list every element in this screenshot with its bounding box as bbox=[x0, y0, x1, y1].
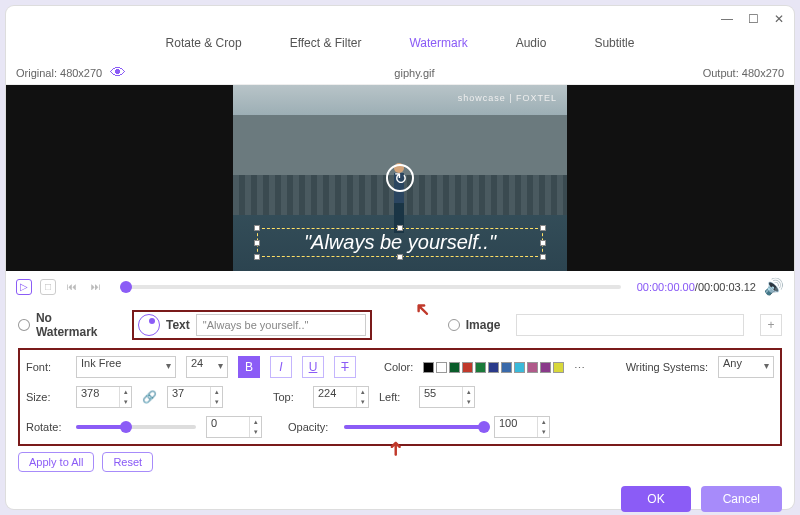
text-watermark-label: Text bbox=[166, 318, 190, 332]
color-swatch[interactable] bbox=[462, 362, 473, 373]
image-watermark-label: Image bbox=[466, 318, 501, 332]
color-swatch[interactable] bbox=[449, 362, 460, 373]
resize-handle[interactable] bbox=[254, 254, 260, 260]
bold-toggle[interactable]: B bbox=[238, 356, 260, 378]
preview-toggle-icon[interactable]: 👁 bbox=[110, 64, 126, 82]
opacity-label: Opacity: bbox=[288, 421, 334, 433]
cancel-button[interactable]: Cancel bbox=[701, 486, 782, 512]
filename-label: giphy.gif bbox=[126, 67, 702, 79]
text-watermark-group: Text bbox=[132, 310, 372, 340]
stop-button[interactable]: □ bbox=[40, 279, 56, 295]
writing-systems-select[interactable]: Any bbox=[718, 356, 774, 378]
color-swatch[interactable] bbox=[488, 362, 499, 373]
resize-handle[interactable] bbox=[540, 254, 546, 260]
height-input[interactable]: 37▴▾ bbox=[167, 386, 223, 408]
video-frame[interactable]: showcase | FOXTEL ↻ "Always be yourself.… bbox=[233, 85, 567, 271]
reset-button[interactable]: Reset bbox=[102, 452, 153, 472]
watermark-text-input[interactable] bbox=[196, 314, 366, 336]
tab-rotate-crop[interactable]: Rotate & Crop bbox=[156, 32, 252, 54]
video-preview: showcase | FOXTEL ↻ "Always be yourself.… bbox=[6, 85, 794, 271]
font-select[interactable]: Ink Free bbox=[76, 356, 176, 378]
minimize-button[interactable]: — bbox=[720, 12, 734, 26]
add-image-button[interactable]: + bbox=[760, 314, 782, 336]
resize-handle[interactable] bbox=[397, 225, 403, 231]
strike-toggle[interactable]: T bbox=[334, 356, 356, 378]
left-input[interactable]: 55▴▾ bbox=[419, 386, 475, 408]
video-editor-window: — ☐ ✕ Rotate & Crop Effect & Filter Wate… bbox=[6, 6, 794, 509]
no-watermark-option[interactable]: No Watermark bbox=[18, 311, 116, 339]
watermark-properties: Font: Ink Free 24 B I U T Color: ⋯ Writi… bbox=[18, 348, 782, 446]
original-resolution: Original: 480x270 bbox=[16, 67, 102, 79]
resize-handle[interactable] bbox=[254, 225, 260, 231]
image-watermark-option[interactable]: Image bbox=[448, 318, 501, 332]
rotate-input[interactable]: 0▴▾ bbox=[206, 416, 262, 438]
watermark-text-content: "Always be yourself.." bbox=[304, 231, 496, 253]
color-swatch[interactable] bbox=[475, 362, 486, 373]
color-swatch[interactable] bbox=[540, 362, 551, 373]
output-resolution: Output: 480x270 bbox=[703, 67, 784, 79]
watermark-type-row: No Watermark Text ➜ Image + bbox=[6, 302, 794, 348]
rotate-slider[interactable] bbox=[76, 425, 196, 429]
italic-toggle[interactable]: I bbox=[270, 356, 292, 378]
play-button[interactable]: ▷ bbox=[16, 279, 32, 295]
ok-button[interactable]: OK bbox=[621, 486, 690, 512]
resize-handle[interactable] bbox=[540, 240, 546, 246]
refresh-icon[interactable]: ↻ bbox=[386, 164, 414, 192]
color-label: Color: bbox=[384, 361, 413, 373]
color-swatch[interactable] bbox=[527, 362, 538, 373]
volume-icon[interactable]: 🔊 bbox=[764, 277, 784, 296]
tab-subtitle[interactable]: Subtitle bbox=[584, 32, 644, 54]
prev-frame-button[interactable]: ⏮ bbox=[64, 279, 80, 295]
seek-thumb[interactable] bbox=[120, 281, 132, 293]
seek-slider[interactable] bbox=[120, 285, 621, 289]
color-swatches bbox=[423, 362, 564, 373]
top-label: Top: bbox=[273, 391, 303, 403]
no-watermark-label: No Watermark bbox=[36, 311, 116, 339]
resize-handle[interactable] bbox=[397, 254, 403, 260]
font-label: Font: bbox=[26, 361, 66, 373]
radio-icon bbox=[18, 319, 30, 331]
resize-handle[interactable] bbox=[540, 225, 546, 231]
radio-icon bbox=[448, 319, 460, 331]
source-watermark: showcase | FOXTEL bbox=[458, 93, 557, 103]
watermark-text-overlay[interactable]: "Always be yourself.." bbox=[257, 228, 543, 257]
editor-tabs: Rotate & Crop Effect & Filter Watermark … bbox=[6, 32, 794, 62]
rotate-label: Rotate: bbox=[26, 421, 66, 433]
color-swatch[interactable] bbox=[423, 362, 434, 373]
left-label: Left: bbox=[379, 391, 409, 403]
image-path-field[interactable] bbox=[516, 314, 744, 336]
color-swatch[interactable] bbox=[501, 362, 512, 373]
action-buttons: Apply to All Reset ➜ bbox=[6, 446, 794, 478]
font-size-select[interactable]: 24 bbox=[186, 356, 228, 378]
underline-toggle[interactable]: U bbox=[302, 356, 324, 378]
dialog-footer: OK Cancel bbox=[6, 478, 794, 515]
radio-icon bbox=[138, 314, 160, 336]
text-watermark-option[interactable]: Text bbox=[138, 314, 190, 336]
color-swatch[interactable] bbox=[514, 362, 525, 373]
tab-watermark[interactable]: Watermark bbox=[399, 32, 477, 54]
size-label: Size: bbox=[26, 391, 66, 403]
tab-effect-filter[interactable]: Effect & Filter bbox=[280, 32, 372, 54]
playback-controls: ▷ □ ⏮ ⏭ 00:00:00.00/00:00:03.12 🔊 bbox=[6, 271, 794, 302]
writing-systems-label: Writing Systems: bbox=[626, 361, 708, 373]
color-swatch[interactable] bbox=[553, 362, 564, 373]
resize-handle[interactable] bbox=[254, 240, 260, 246]
link-aspect-icon[interactable]: 🔗 bbox=[142, 390, 157, 404]
opacity-slider[interactable] bbox=[344, 425, 484, 429]
apply-all-button[interactable]: Apply to All bbox=[18, 452, 94, 472]
top-input[interactable]: 224▴▾ bbox=[313, 386, 369, 408]
next-frame-button[interactable]: ⏭ bbox=[88, 279, 104, 295]
more-colors-icon[interactable]: ⋯ bbox=[574, 362, 586, 373]
maximize-button[interactable]: ☐ bbox=[746, 12, 760, 26]
close-button[interactable]: ✕ bbox=[772, 12, 786, 26]
time-display: 00:00:00.00/00:00:03.12 bbox=[637, 281, 756, 293]
tab-audio[interactable]: Audio bbox=[506, 32, 557, 54]
width-input[interactable]: 378▴▾ bbox=[76, 386, 132, 408]
titlebar: — ☐ ✕ bbox=[6, 6, 794, 32]
opacity-input[interactable]: 100▴▾ bbox=[494, 416, 550, 438]
color-swatch[interactable] bbox=[436, 362, 447, 373]
meta-bar: Original: 480x270 👁 giphy.gif Output: 48… bbox=[6, 62, 794, 85]
